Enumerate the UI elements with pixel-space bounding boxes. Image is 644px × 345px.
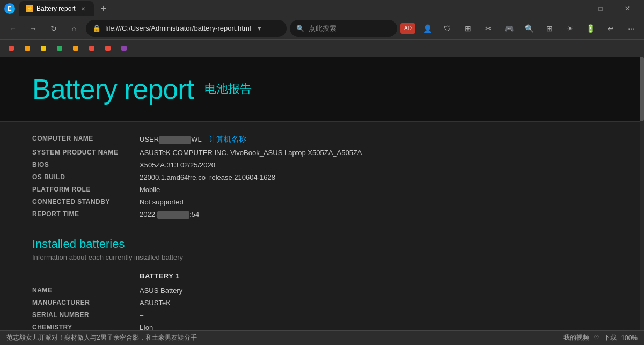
label-connected-standby: CONNECTED STANDBY: [32, 196, 140, 208]
bookmark-favicon-2: [25, 46, 30, 51]
title-bar: E ⚡ Battery report ✕ + ─ □ ✕: [0, 0, 644, 17]
toolbar-right: AD 👤 🛡 ⊞ ✂ 🎮 🔍 ⊞ ☀ 🔋 ↩ ···: [400, 20, 640, 37]
system-info-section: COMPUTER NAME USER WL 计算机名称 SYSTEM PRODU…: [32, 133, 612, 221]
scrollbar-thumb[interactable]: [640, 57, 644, 121]
news-ticker: 范志毅女儿开派对！身材傲人与2男子亲密合影，和土豪男友疑分手: [6, 333, 197, 342]
value-connected-standby: Not supported: [140, 196, 612, 208]
cn-computer-name: 计算机名称: [209, 135, 246, 143]
label-bios: BIOS: [32, 159, 140, 171]
browser-icon: E: [4, 3, 15, 14]
value-name: ASUS Battery: [140, 284, 612, 297]
bookmark-4[interactable]: [53, 45, 67, 52]
active-tab[interactable]: ⚡ Battery report ✕: [19, 1, 94, 16]
report-title-en: Battery report: [32, 73, 194, 105]
bookmark-favicon-5: [73, 46, 78, 51]
bookmarks-bar: [0, 40, 644, 57]
bookmark-favicon-4: [57, 46, 62, 51]
search-bar[interactable]: 🔍 点此搜索: [290, 20, 397, 37]
bookmark-2[interactable]: [20, 45, 34, 52]
tab-title: Battery report: [36, 5, 76, 12]
window-controls: ─ □ ✕: [561, 0, 640, 17]
redacted-name: [159, 136, 191, 144]
label-serial: SERIAL NUMBER: [32, 309, 140, 321]
address-url: file:///C:/Users/Administrator/battery-r…: [105, 24, 251, 32]
undo-button[interactable]: ↩: [602, 20, 619, 37]
bookmark-7[interactable]: [101, 45, 115, 52]
value-chemistry: LIon: [140, 321, 612, 330]
table-row: BIOS X505ZA.313 02/25/2020: [32, 159, 612, 171]
forward-button[interactable]: →: [25, 20, 42, 37]
favorite-icon: ♡: [594, 334, 599, 342]
report-body: COMPUTER NAME USER WL 计算机名称 SYSTEM PRODU…: [0, 122, 644, 330]
table-row: MANUFACTURER ASUSTeK: [32, 297, 612, 309]
home-button[interactable]: ⌂: [65, 20, 83, 37]
bookmark-8[interactable]: [117, 45, 131, 52]
status-right: 我的视频 ♡ 下载 100%: [564, 333, 638, 342]
collection-button[interactable]: ⊞: [459, 20, 477, 37]
address-bar[interactable]: 🔒 file:///C:/Users/Administrator/battery…: [86, 20, 287, 37]
table-row: PLATFORM ROLE Mobile: [32, 183, 612, 196]
bookmark-6[interactable]: [85, 45, 99, 52]
address-dropdown-icon[interactable]: ▾: [258, 24, 261, 32]
table-row: SYSTEM PRODUCT NAME ASUSTeK COMPUTER INC…: [32, 146, 612, 159]
bookmark-5[interactable]: [69, 45, 83, 52]
extensions-button[interactable]: AD: [400, 23, 415, 34]
bookmark-favicon-8: [121, 46, 127, 51]
maximize-button[interactable]: □: [588, 0, 613, 17]
secure-icon: 🔒: [92, 24, 101, 32]
label-report-time: REPORT TIME: [32, 208, 140, 221]
battery-1-header: BATTERY 1: [140, 270, 612, 284]
table-row: REPORT TIME 2022- :54: [32, 208, 612, 221]
table-row: CONNECTED STANDBY Not supported: [32, 196, 612, 208]
zoom-level[interactable]: 100%: [621, 334, 638, 342]
bookmark-favicon-7: [105, 46, 111, 51]
game-button[interactable]: 🎮: [500, 20, 517, 37]
scrollbar-track[interactable]: [640, 57, 644, 330]
label-manufacturer: MANUFACTURER: [32, 297, 140, 309]
profile-button[interactable]: 👤: [419, 20, 436, 37]
value-bios: X505ZA.313 02/25/2020: [140, 159, 612, 171]
close-button[interactable]: ✕: [615, 0, 640, 17]
tab-favicon: ⚡: [26, 5, 33, 12]
table-row: SERIAL NUMBER –: [32, 309, 612, 321]
search-button[interactable]: 🔍: [521, 20, 538, 37]
report-title-cn: 电池报告: [204, 81, 252, 97]
search-placeholder: 点此搜索: [309, 24, 336, 33]
bookmark-3[interactable]: [36, 45, 50, 52]
bookmark-1[interactable]: [4, 45, 18, 52]
batteries-section: Installed batteries Information about ea…: [32, 237, 612, 330]
value-manufacturer: ASUSTeK: [140, 297, 612, 309]
table-row: COMPUTER NAME USER WL 计算机名称: [32, 133, 612, 146]
download-label[interactable]: 下载: [604, 333, 617, 342]
report-title-row: Battery report 电池报告: [32, 73, 612, 105]
new-tab-button[interactable]: +: [96, 1, 111, 16]
label-platform-role: PLATFORM ROLE: [32, 183, 140, 196]
label-chemistry: CHEMISTRY: [32, 321, 140, 330]
tab-close-button[interactable]: ✕: [79, 4, 87, 13]
scissors-icon[interactable]: ✂: [480, 20, 497, 37]
brightness-button[interactable]: ☀: [561, 20, 579, 37]
value-system-product: ASUSTeK COMPUTER INC. VivoBook_ASUS Lapt…: [140, 146, 612, 159]
label-name: NAME: [32, 284, 140, 297]
refresh-button[interactable]: ↻: [45, 20, 62, 37]
tab-bar: ⚡ Battery report ✕ +: [19, 1, 557, 16]
bookmark-favicon-3: [41, 46, 46, 51]
shield-icon[interactable]: 🛡: [439, 20, 456, 37]
minimize-button[interactable]: ─: [561, 0, 586, 17]
label-os-build: OS BUILD: [32, 171, 140, 183]
system-info-table: COMPUTER NAME USER WL 计算机名称 SYSTEM PRODU…: [32, 133, 612, 221]
back-button[interactable]: ←: [4, 20, 21, 37]
video-label[interactable]: 我的视频: [564, 333, 589, 342]
value-report-time: 2022- :54: [140, 208, 612, 221]
value-computer-name: USER WL 计算机名称: [140, 133, 612, 146]
bookmark-favicon-1: [9, 46, 14, 51]
redacted-date: [157, 211, 189, 219]
value-os-build: 22000.1.amd64fre.co_release.210604-1628: [140, 171, 612, 183]
table-row: CHEMISTRY LIon: [32, 321, 612, 330]
apps-button[interactable]: ⊞: [541, 20, 558, 37]
search-icon: 🔍: [296, 25, 304, 32]
menu-button[interactable]: ···: [623, 20, 640, 37]
label-system-product: SYSTEM PRODUCT NAME: [32, 146, 140, 159]
table-row: OS BUILD 22000.1.amd64fre.co_release.210…: [32, 171, 612, 183]
report-header: Battery report 电池报告: [0, 57, 644, 122]
